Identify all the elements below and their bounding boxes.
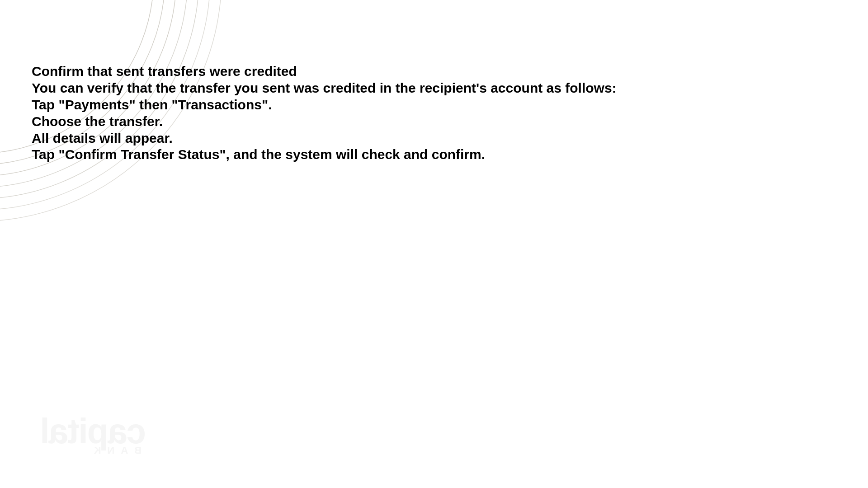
watermark-main-text: capital [41, 415, 146, 447]
watermark-logo: capital BANK [41, 415, 146, 456]
intro-line: You can verify that the transfer you sen… [32, 80, 836, 97]
step-4: Tap "Confirm Transfer Status", and the s… [32, 146, 836, 163]
content-block: Confirm that sent transfers were credite… [32, 63, 836, 163]
step-1: Tap "Payments" then "Transactions". [32, 97, 836, 113]
step-3: All details will appear. [32, 130, 836, 147]
title-line: Confirm that sent transfers were credite… [32, 63, 836, 80]
step-2: Choose the transfer. [32, 113, 836, 130]
